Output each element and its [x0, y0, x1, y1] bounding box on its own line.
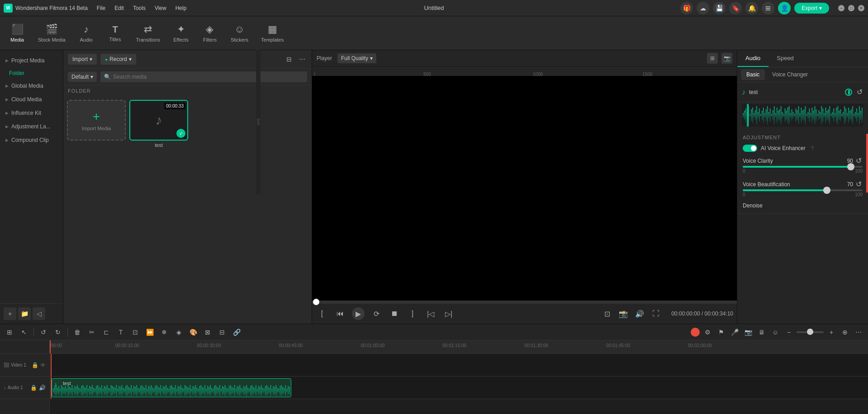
zoom-slider-thumb[interactable] — [807, 329, 813, 335]
audio-circle-indicator[interactable] — [845, 89, 852, 96]
zoom-in-button[interactable]: + — [825, 326, 837, 338]
grid-icon[interactable]: ⊞ — [762, 2, 774, 14]
sidebar-item-influence-kit[interactable]: ▶ Influence Kit — [0, 106, 63, 120]
split-audio-button[interactable]: ⊏ — [100, 326, 112, 338]
fullscreen-button[interactable]: ⛶ — [650, 307, 662, 320]
new-folder-button[interactable]: + — [4, 307, 16, 320]
track-audio-lock-icon[interactable]: 🔒 — [30, 385, 37, 391]
redo-button[interactable]: ↻ — [52, 326, 64, 338]
timeline-ruler[interactable]: 00:00 00:00:15:00 00:00:30:00 00:00:45:0… — [50, 340, 868, 354]
toolbar-titles[interactable]: T Titles — [102, 21, 129, 46]
player-scrubber[interactable] — [312, 301, 737, 303]
close-button[interactable]: ✕ — [858, 5, 864, 11]
settings-button[interactable]: ⚙ — [702, 326, 713, 338]
bookmark-icon[interactable]: 🔖 — [729, 2, 742, 14]
voice-beautification-thumb[interactable] — [823, 187, 830, 194]
import-button[interactable]: Import ▾ — [68, 54, 97, 65]
maximize-button[interactable]: □ — [848, 5, 854, 11]
toolbar-templates[interactable]: ▦ Templates — [256, 20, 289, 46]
group-button[interactable]: ⊠ — [202, 326, 213, 338]
sidebar-item-compound-clip[interactable]: ▶ Compound Clip — [0, 133, 63, 147]
sticker-button[interactable]: ☺ — [769, 326, 781, 338]
sidebar-item-cloud-media[interactable]: ▶ Cloud Media — [0, 93, 63, 106]
speed-button[interactable]: ⏩ — [144, 326, 156, 338]
sort-dropdown[interactable]: Default ▾ — [68, 72, 97, 82]
menu-file[interactable]: File — [93, 3, 109, 13]
reset-voice-clarity-button[interactable]: ↺ — [855, 155, 863, 166]
crop-button[interactable]: ⊡ — [129, 326, 141, 338]
text-button[interactable]: T — [115, 326, 127, 338]
export-button[interactable]: Export ▾ — [794, 3, 829, 14]
toolbar-media[interactable]: ⬛ Media — [4, 20, 31, 46]
cut-button[interactable]: ✂ — [86, 326, 98, 338]
toolbar-audio[interactable]: ♪ Audio — [73, 20, 100, 46]
tab-audio[interactable]: Audio — [737, 50, 768, 67]
toolbar-transitions[interactable]: ⇄ Transitions — [131, 20, 166, 46]
track-eye-icon[interactable]: 👁 — [40, 362, 46, 368]
sidebar-item-project-media[interactable]: ▶ Project Media — [0, 54, 63, 67]
subtab-basic[interactable]: Basic — [741, 69, 765, 80]
mask-button[interactable]: ◈ — [173, 326, 185, 338]
reset-voice-beautification-button[interactable]: ↺ — [855, 179, 863, 189]
collapse-sidebar-button[interactable]: ◁ — [33, 307, 45, 320]
stop-button[interactable]: ⏹ — [388, 307, 401, 320]
voice-clarity-thumb[interactable] — [847, 163, 854, 170]
scrubber-thumb[interactable] — [313, 299, 319, 305]
folder-button[interactable]: 📁 — [18, 307, 31, 320]
minimize-button[interactable]: ─ — [838, 5, 844, 11]
flag-button[interactable]: ⚑ — [715, 326, 727, 338]
fit-screen-button[interactable]: ⊡ — [601, 307, 613, 320]
quality-dropdown[interactable]: Full Quality ▾ — [337, 53, 376, 63]
skip-back-button[interactable]: ⏮ — [334, 307, 346, 320]
layout-icon[interactable]: ⊞ — [707, 53, 718, 64]
audio-clip[interactable]: ♪ test — [52, 378, 291, 397]
record-button[interactable]: ● Record ▾ — [100, 54, 136, 65]
menu-tools[interactable]: Tools — [129, 3, 149, 13]
add-track-button[interactable]: ⊞ — [4, 326, 15, 338]
track-content-audio1[interactable]: ♪ test — [50, 376, 868, 399]
freeze-button[interactable]: ❄ — [158, 326, 170, 338]
toolbar-effects[interactable]: ✦ Effects — [167, 20, 194, 46]
delete-button[interactable]: 🗑 — [71, 326, 83, 338]
camera-button[interactable]: 📷 — [742, 326, 754, 338]
cloud-icon[interactable]: ☁ — [697, 2, 709, 14]
select-tool-button[interactable]: ↖ — [18, 326, 30, 338]
sidebar-item-global-media[interactable]: ▶ Global Media — [0, 79, 63, 93]
tab-speed[interactable]: Speed — [768, 50, 802, 67]
undo-button[interactable]: ↺ — [38, 326, 49, 338]
more-button[interactable]: ⋯ — [297, 54, 307, 65]
menu-view[interactable]: View — [151, 3, 170, 13]
bracket-right-button[interactable]: ] — [406, 307, 419, 320]
color-button[interactable]: 🎨 — [187, 326, 199, 338]
menu-edit[interactable]: Edit — [111, 3, 128, 13]
track-audio-mute-icon[interactable]: 🔊 — [39, 385, 46, 391]
zoom-out-button[interactable]: − — [783, 326, 795, 338]
ungroup-button[interactable]: ⊟ — [216, 326, 228, 338]
sidebar-folder[interactable]: Folder — [0, 67, 63, 79]
reset-audio-button[interactable]: ↺ — [856, 87, 863, 97]
toolbar-stickers[interactable]: ☺ Stickers — [225, 20, 254, 46]
track-lock-icon[interactable]: 🔒 — [32, 362, 38, 368]
filter-button[interactable]: ⊟ — [285, 54, 294, 65]
toolbar-stock-media[interactable]: 🎬 Stock Media — [33, 20, 71, 46]
menu-help[interactable]: Help — [172, 3, 190, 13]
loop-button[interactable]: ⟳ — [370, 307, 383, 320]
zoom-slider[interactable] — [797, 331, 824, 333]
add-clip-button[interactable]: ⊕ — [839, 326, 851, 338]
search-input[interactable] — [100, 71, 307, 82]
mark-in-button[interactable]: |◁ — [424, 307, 437, 320]
link-button[interactable]: 🔗 — [231, 326, 242, 338]
gift-icon[interactable]: 🎁 — [680, 2, 693, 14]
tl-more-button[interactable]: ⋯ — [853, 326, 864, 338]
play-button[interactable]: ▶ — [352, 307, 365, 320]
snapshot-icon[interactable]: 📷 — [721, 53, 732, 64]
sidebar-item-adjustment-la[interactable]: ▶ Adjustment La... — [0, 120, 63, 133]
ai-voice-enhancer-toggle[interactable] — [743, 145, 757, 152]
media-item-test[interactable]: ♪ 00:00:33 ✓ test — [129, 100, 188, 320]
user-avatar[interactable]: 👤 — [778, 2, 791, 14]
track-content-video1[interactable] — [50, 354, 868, 376]
bracket-left-button[interactable]: [ — [316, 307, 328, 320]
save-icon[interactable]: 💾 — [713, 2, 726, 14]
subtab-voice-changer[interactable]: Voice Changer — [767, 69, 813, 80]
mark-out-button[interactable]: ▷| — [442, 307, 455, 320]
